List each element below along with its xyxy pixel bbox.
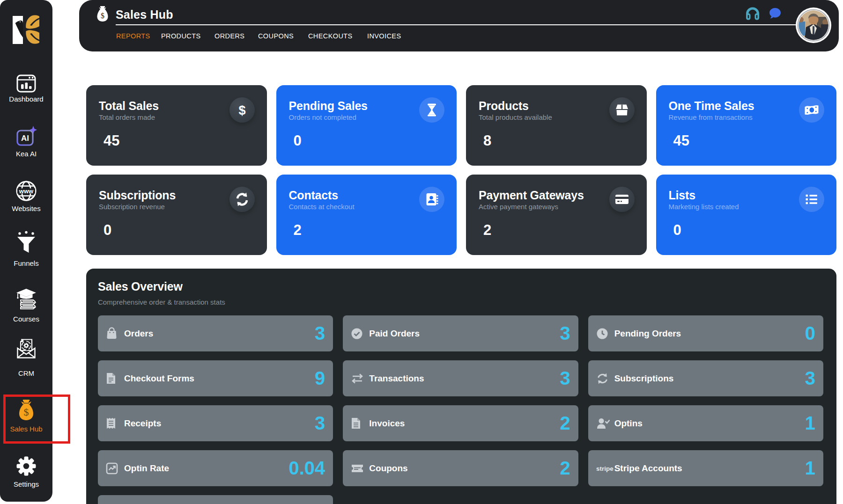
svg-text:www: www bbox=[19, 188, 34, 195]
svg-text:$: $ bbox=[101, 12, 104, 20]
svg-text:AI: AI bbox=[21, 134, 29, 143]
svg-text:$: $ bbox=[238, 103, 245, 117]
svg-text:stripe: stripe bbox=[596, 465, 614, 472]
